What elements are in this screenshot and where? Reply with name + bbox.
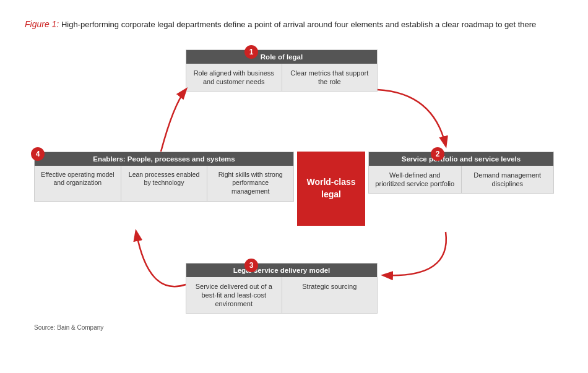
center-world-class: World-class legal — [297, 152, 365, 226]
page-container: Figure 1: High-performing corporate lega… — [0, 0, 588, 373]
enablers-cell-2: Lean processes enabled by technology — [121, 166, 208, 201]
box-legal-delivery: Legal service delivery model Service del… — [186, 263, 378, 314]
service-portfolio-body: Well-defined and prioritized service por… — [369, 166, 553, 194]
delivery-cell-2: Strategic sourcing — [282, 277, 378, 314]
title-text: High-performing corporate legal departme… — [61, 20, 536, 29]
badge-1: 1 — [244, 45, 258, 59]
legal-delivery-body: Service delivered out of a best-fit and … — [186, 277, 377, 314]
enablers-cell-1: Effective operating model and organizati… — [35, 166, 121, 201]
legal-delivery-header: Legal service delivery model — [186, 264, 377, 277]
diagram: 1 Role of legal Role aligned with busine… — [25, 43, 563, 334]
service-cell-2: Demand management disciplines — [462, 166, 554, 194]
role-of-legal-body: Role aligned with business and customer … — [186, 64, 377, 92]
service-portfolio-header: Service portfolio and service levels — [369, 152, 553, 166]
enablers-header: Enablers: People, processes and systems — [35, 152, 293, 166]
badge-4: 4 — [31, 147, 45, 161]
service-cell-1: Well-defined and prioritized service por… — [369, 166, 462, 194]
box-role-of-legal: Role of legal Role aligned with business… — [186, 49, 378, 92]
enablers-cell-3: Right skills with strong performance man… — [207, 166, 293, 201]
source-line: Source: Bain & Company — [34, 324, 103, 331]
badge-3: 3 — [244, 259, 258, 272]
badge-2: 2 — [431, 147, 444, 161]
title-block: Figure 1: High-performing corporate lega… — [25, 19, 563, 31]
delivery-cell-1: Service delivered out of a best-fit and … — [186, 277, 282, 314]
role-cell-2: Clear metrics that support the role — [282, 64, 378, 92]
role-of-legal-header: Role of legal — [186, 50, 377, 64]
figure-label: Figure 1: — [25, 19, 59, 29]
box-service-portfolio: Service portfolio and service levels Wel… — [368, 152, 554, 194]
role-cell-1: Role aligned with business and customer … — [186, 64, 282, 92]
box-enablers: Enablers: People, processes and systems … — [34, 152, 294, 202]
enablers-body: Effective operating model and organizati… — [35, 166, 293, 201]
